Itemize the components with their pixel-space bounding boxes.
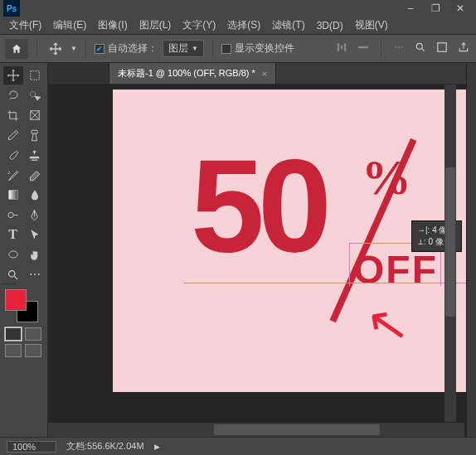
zoom-level-field[interactable]: 100% bbox=[7, 441, 56, 453]
move-tool-indicator-icon bbox=[46, 40, 66, 58]
text-layer-off[interactable]: OFF bbox=[353, 247, 438, 293]
path-select-tool[interactable] bbox=[25, 225, 45, 244]
dodge-tool[interactable] bbox=[3, 206, 23, 224]
svg-rect-10 bbox=[8, 191, 17, 200]
close-tab-icon[interactable]: × bbox=[262, 69, 267, 79]
distribute-icon[interactable] bbox=[356, 40, 371, 55]
menu-filter[interactable]: 滤镜(T) bbox=[266, 18, 310, 32]
canvas-viewport[interactable]: 50 % OFF →|: 4 像素 ⊥: 0 像素 ↖ bbox=[48, 85, 466, 437]
svg-rect-0 bbox=[338, 43, 339, 51]
more-icon[interactable]: ⋯ bbox=[391, 40, 406, 55]
menu-select[interactable]: 选择(S) bbox=[221, 18, 266, 32]
menu-layer[interactable]: 图层(L) bbox=[134, 18, 177, 32]
brush-tool[interactable] bbox=[3, 146, 23, 164]
eyedropper-tool[interactable] bbox=[3, 126, 23, 144]
healing-brush-tool[interactable] bbox=[25, 126, 45, 144]
hand-tool[interactable] bbox=[25, 245, 45, 264]
zoom-tool[interactable] bbox=[3, 265, 23, 283]
svg-rect-6 bbox=[30, 71, 39, 80]
more-tools[interactable]: ⋯ bbox=[25, 265, 45, 283]
svg-point-4 bbox=[416, 43, 422, 49]
document-tab-row: 未标题-1 @ 100% (OFF, RGB/8) * × bbox=[48, 63, 466, 85]
options-bar: ▼ ✔ 自动选择： 图层 ▼ 显示变换控件 ⋯ bbox=[0, 35, 476, 63]
document-tab[interactable]: 未标题-1 @ 100% (OFF, RGB/8) * × bbox=[109, 63, 276, 84]
canvas[interactable]: 50 % OFF →|: 4 像素 ⊥: 0 像素 ↖ bbox=[113, 90, 466, 392]
search-icon[interactable] bbox=[413, 40, 428, 55]
gradient-tool[interactable] bbox=[3, 186, 23, 204]
frame-tool[interactable] bbox=[25, 106, 45, 124]
ps-logo-icon: Ps bbox=[3, 0, 20, 17]
move-tool[interactable] bbox=[3, 66, 23, 85]
smart-guide-vertical bbox=[349, 243, 350, 286]
lasso-tool[interactable] bbox=[3, 86, 23, 104]
quickmask-icon[interactable] bbox=[435, 40, 449, 55]
show-transform-checkbox[interactable]: 显示变换控件 bbox=[221, 41, 294, 56]
dropdown-caret-icon[interactable]: ▼ bbox=[70, 45, 77, 52]
chevron-down-icon: ▼ bbox=[192, 45, 198, 52]
home-icon[interactable] bbox=[5, 39, 28, 59]
quick-select-tool[interactable] bbox=[25, 86, 45, 104]
tool-panel: T ⋯ bbox=[0, 63, 48, 437]
history-brush-tool[interactable] bbox=[3, 166, 23, 184]
blur-tool[interactable] bbox=[25, 186, 45, 204]
marquee-tool[interactable] bbox=[25, 66, 45, 85]
quickmask-toggle[interactable] bbox=[5, 344, 42, 357]
svg-rect-1 bbox=[341, 45, 342, 49]
status-bar: 100% 文档:556.6K/2.04M ▶ bbox=[0, 437, 476, 455]
smart-guide-horizontal bbox=[183, 283, 466, 283]
menu-file[interactable]: 文件(F) bbox=[3, 18, 47, 32]
align-icon[interactable] bbox=[334, 40, 349, 55]
share-icon[interactable] bbox=[456, 40, 471, 55]
svg-point-13 bbox=[9, 270, 16, 277]
close-button[interactable]: ✕ bbox=[448, 0, 473, 17]
menu-3d[interactable]: 3D(D) bbox=[311, 20, 349, 31]
horizontal-scrollbar[interactable] bbox=[48, 423, 464, 437]
foreground-color-swatch[interactable] bbox=[5, 289, 27, 311]
menu-image[interactable]: 图像(I) bbox=[92, 18, 133, 32]
document-info-label[interactable]: 文档:556.6K/2.04M bbox=[66, 440, 144, 453]
text-layer-50[interactable]: 50 bbox=[191, 139, 325, 272]
eraser-tool[interactable] bbox=[25, 166, 45, 184]
screen-mode-toggle[interactable] bbox=[5, 327, 42, 341]
menu-type[interactable]: 文字(Y) bbox=[177, 18, 221, 32]
crop-tool[interactable] bbox=[3, 106, 23, 124]
type-tool[interactable]: T bbox=[3, 225, 23, 244]
horizontal-scroll-thumb[interactable] bbox=[214, 424, 380, 435]
menu-edit[interactable]: 编辑(E) bbox=[47, 18, 92, 32]
collapsed-right-panel[interactable] bbox=[466, 63, 476, 437]
minimize-button[interactable]: – bbox=[398, 0, 423, 17]
shape-tool[interactable] bbox=[3, 245, 23, 264]
svg-point-12 bbox=[8, 251, 17, 258]
color-swatches[interactable] bbox=[5, 289, 38, 322]
svg-rect-3 bbox=[358, 46, 368, 47]
status-more-icon[interactable]: ▶ bbox=[154, 443, 160, 451]
menu-view[interactable]: 视图(V) bbox=[349, 18, 394, 32]
vertical-scroll-thumb[interactable] bbox=[445, 167, 455, 317]
auto-select-checkbox[interactable]: ✔ 自动选择： bbox=[95, 41, 158, 56]
title-bar: Ps – ❐ ✕ bbox=[0, 0, 476, 17]
svg-rect-9 bbox=[32, 130, 38, 133]
show-transform-label: 显示变换控件 bbox=[235, 41, 294, 56]
auto-select-target-dropdown[interactable]: 图层 ▼ bbox=[163, 40, 204, 57]
maximize-button[interactable]: ❐ bbox=[423, 0, 448, 17]
menu-bar: 文件(F) 编辑(E) 图像(I) 图层(L) 文字(Y) 选择(S) 滤镜(T… bbox=[0, 17, 476, 35]
svg-point-11 bbox=[8, 212, 13, 217]
pen-tool[interactable] bbox=[25, 206, 45, 224]
document-tab-title: 未标题-1 @ 100% (OFF, RGB/8) * bbox=[118, 67, 255, 80]
clone-stamp-tool[interactable] bbox=[25, 146, 45, 164]
vertical-scrollbar[interactable] bbox=[444, 85, 456, 422]
svg-rect-5 bbox=[438, 42, 447, 51]
auto-select-label: 自动选择： bbox=[108, 41, 158, 56]
svg-rect-2 bbox=[344, 43, 346, 51]
